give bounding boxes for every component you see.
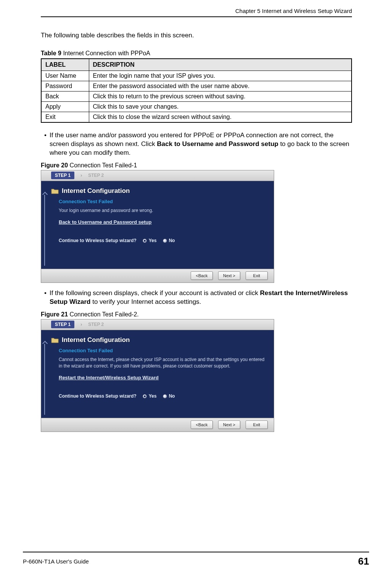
table-row: ExitClick this to close the wizard scree… xyxy=(41,112,352,123)
wizard-title: Internet Configuration xyxy=(62,187,130,195)
radio-unselected-icon xyxy=(163,239,167,243)
cell-label: Password xyxy=(41,81,89,91)
exit-button[interactable]: Exit xyxy=(246,421,268,429)
table-row: User NameEnter the login name that your … xyxy=(41,71,352,81)
wizard-subtitle: Connection Test Failed xyxy=(59,348,267,353)
continue-question: Continue to Wireless Setup wizard? xyxy=(59,393,137,399)
back-to-userpass-link[interactable]: Back to Username and Password setup xyxy=(59,219,151,225)
table-title: Internet Connection with PPPoA xyxy=(61,50,150,56)
bullet-item: • If the following screen displays, chec… xyxy=(41,289,352,307)
cell-label: Exit xyxy=(41,112,89,123)
restart-wizard-link[interactable]: Restart the Internet/Wireless Setup Wiza… xyxy=(59,375,159,380)
param-table: LABEL DESCRIPTION User NameEnter the log… xyxy=(41,58,352,123)
cell-desc: Click this to return to the previous scr… xyxy=(89,91,352,102)
folder-icon xyxy=(51,188,59,194)
bullet2-pre: If the following screen displays, check … xyxy=(50,289,260,297)
th-desc: DESCRIPTION xyxy=(89,59,352,71)
cell-label: User Name xyxy=(41,71,89,81)
page-number: 61 xyxy=(358,555,369,567)
table-row: ApplyClick this to save your changes. xyxy=(41,102,352,112)
folder-icon xyxy=(51,337,59,343)
bullet-item: • If the user name and/or password you e… xyxy=(41,131,352,157)
intro-text: The following table describes the fields… xyxy=(41,32,352,39)
bullet-dot-icon: • xyxy=(44,131,47,157)
back-button[interactable]: <Back xyxy=(191,271,213,280)
cell-desc: Click this to save your changes. xyxy=(89,102,352,112)
radio-yes[interactable]: Yes xyxy=(143,238,157,243)
table-caption: Table 9 Internet Connection with PPPoA xyxy=(41,50,352,57)
chapter-header: Chapter 5 Internet and Wireless Setup Wi… xyxy=(41,8,352,17)
step-2-inactive: STEP 2 xyxy=(88,173,104,178)
step-2-inactive: STEP 2 xyxy=(88,322,104,327)
left-stripe-icon xyxy=(44,344,52,415)
step-1-active: STEP 1 xyxy=(51,321,74,328)
radio-no[interactable]: No xyxy=(163,238,175,243)
exit-button[interactable]: Exit xyxy=(246,271,268,280)
left-stripe-icon xyxy=(44,195,52,266)
back-button[interactable]: <Back xyxy=(191,421,213,429)
radio-no[interactable]: No xyxy=(163,393,175,399)
figure21-title: Connection Test Failed-2. xyxy=(68,311,139,318)
bullet-dot-icon: • xyxy=(44,289,47,307)
wizard-title: Internet Configuration xyxy=(62,336,130,344)
bullet1-bold: Back to Username and Password setup xyxy=(157,140,278,148)
th-label: LABEL xyxy=(41,59,89,71)
radio-yes[interactable]: Yes xyxy=(143,393,157,399)
table-row: PasswordEnter the password associated wi… xyxy=(41,81,352,91)
wizard-button-bar: <Back Next > Exit xyxy=(41,269,274,282)
table-row: BackClick this to return to the previous… xyxy=(41,91,352,102)
wizard-message: Cannot access the Internet, please check… xyxy=(59,356,267,370)
wizard-step-bar: STEP 1 › STEP 2 xyxy=(41,170,274,181)
footer-guide-name: P-660N-T1A User's Guide xyxy=(23,558,89,565)
cell-desc: Enter the password associated with the u… xyxy=(89,81,352,91)
cell-desc: Click this to close the wizard screen wi… xyxy=(89,112,352,123)
page-footer: P-660N-T1A User's Guide 61 xyxy=(23,552,369,567)
figure21-caption: Figure 21 Connection Test Failed-2. xyxy=(41,311,352,318)
wizard-step-bar: STEP 1 › STEP 2 xyxy=(41,319,274,330)
radio-selected-icon xyxy=(143,239,147,243)
cell-desc: Enter the login name that your ISP gives… xyxy=(89,71,352,81)
chevron-right-icon: › xyxy=(80,173,82,178)
cell-label: Apply xyxy=(41,102,89,112)
radio-yes-label: Yes xyxy=(149,238,157,243)
figure21-wizard: STEP 1 › STEP 2 Internet Configuration C… xyxy=(41,319,274,432)
radio-selected-icon xyxy=(143,394,147,398)
wizard-subtitle: Connection Test Failed xyxy=(59,199,267,204)
next-button[interactable]: Next > xyxy=(218,421,240,429)
chevron-right-icon: › xyxy=(80,322,82,327)
figure21-number: Figure 21 xyxy=(41,311,68,318)
figure20-caption: Figure 20 Connection Test Failed-1 xyxy=(41,162,352,169)
next-button[interactable]: Next > xyxy=(218,271,240,280)
step-1-active: STEP 1 xyxy=(51,172,74,179)
cell-label: Back xyxy=(41,91,89,102)
figure20-title: Connection Test Failed-1 xyxy=(68,162,137,169)
wizard-button-bar: <Back Next > Exit xyxy=(41,418,274,432)
radio-no-label: No xyxy=(169,238,175,243)
wizard-message: Your login username and password are wro… xyxy=(59,207,267,214)
table-number: Table 9 xyxy=(41,50,61,56)
bullet2-post: to verify your Internet access settings. xyxy=(90,298,201,305)
figure20-number: Figure 20 xyxy=(41,162,68,169)
continue-question: Continue to Wireless Setup wizard? xyxy=(59,238,137,243)
radio-yes-label: Yes xyxy=(149,393,157,399)
figure20-wizard: STEP 1 › STEP 2 Internet Configuration C… xyxy=(41,170,274,283)
radio-unselected-icon xyxy=(163,394,167,398)
radio-no-label: No xyxy=(169,393,175,399)
